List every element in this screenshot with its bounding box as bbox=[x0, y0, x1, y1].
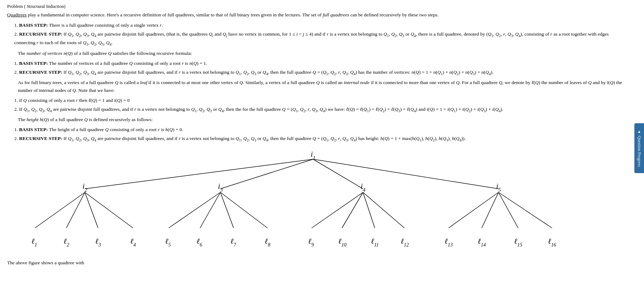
svg-line-9 bbox=[200, 192, 220, 228]
vertices-basis: 1. BASIS STEP: The number of vertices of… bbox=[14, 59, 626, 68]
node-i5: i5 bbox=[496, 182, 501, 193]
svg-line-15 bbox=[363, 192, 404, 228]
svg-line-18 bbox=[499, 192, 518, 228]
node-l7: ℓ7 bbox=[230, 237, 236, 248]
svg-line-17 bbox=[482, 192, 499, 228]
node-l14: ℓ14 bbox=[478, 237, 486, 248]
height-recursive: 2. RECURSIVE STEP: If Q1, Q2, Q3, Q4 are… bbox=[14, 135, 626, 143]
bottom-text: The above figure shows a quadtree with bbox=[7, 260, 626, 266]
height-basis: 1. BASIS STEP: The height of a full quad… bbox=[14, 126, 626, 134]
node-l11: ℓ11 bbox=[371, 237, 379, 248]
node-l3: ℓ3 bbox=[95, 237, 101, 248]
node-l5: ℓ5 bbox=[165, 237, 171, 248]
node-i4: i4 bbox=[361, 182, 366, 193]
svg-line-5 bbox=[66, 192, 85, 228]
main-content: Problem ( Structural Induction) Quadtree… bbox=[7, 0, 626, 269]
svg-line-12 bbox=[312, 192, 363, 228]
svg-line-2 bbox=[313, 159, 363, 189]
question-progress-panel[interactable]: ▲ Question Progress bbox=[634, 123, 644, 173]
svg-line-6 bbox=[85, 192, 98, 228]
full-quadtrees-italic: full quadtrees bbox=[323, 12, 349, 17]
svg-line-10 bbox=[220, 192, 234, 228]
svg-line-4 bbox=[35, 192, 85, 228]
quadtrees-link[interactable]: Quadtrees bbox=[7, 12, 27, 17]
node-i1: i1 bbox=[311, 150, 316, 161]
node-i2: i2 bbox=[82, 182, 87, 193]
leaf-intro: As for full binary trees, a vertex of a … bbox=[18, 79, 626, 94]
svg-line-8 bbox=[169, 192, 220, 228]
svg-line-3 bbox=[313, 159, 499, 189]
svg-line-13 bbox=[342, 192, 363, 228]
node-l15: ℓ15 bbox=[514, 237, 522, 248]
node-l9: ℓ9 bbox=[308, 237, 314, 248]
svg-line-7 bbox=[85, 192, 133, 228]
node-l6: ℓ6 bbox=[196, 237, 202, 248]
bottom-text-content: The above figure shows a quadtree with bbox=[7, 260, 84, 265]
problem-title: Problem ( Structural Induction) bbox=[7, 4, 626, 9]
leaf-steps-list: 1. if Q consisting of only a root r then… bbox=[14, 97, 626, 114]
node-l8: ℓ8 bbox=[265, 237, 270, 248]
node-l4: ℓ4 bbox=[130, 237, 136, 248]
vertices-heading: The number of vertices n(Q) of a full qu… bbox=[18, 50, 626, 57]
vertices-steps-list: 1. BASIS STEP: The number of vertices of… bbox=[14, 59, 626, 77]
height-heading: The height h(Q) of a full quadtree Q is … bbox=[18, 116, 626, 124]
node-i3: i3 bbox=[218, 182, 223, 193]
height-steps-list: 1. BASIS STEP: The height of a full quad… bbox=[14, 126, 626, 143]
svg-line-11 bbox=[220, 192, 267, 228]
node-l16: ℓ16 bbox=[548, 237, 556, 248]
node-l1: ℓ1 bbox=[31, 237, 37, 248]
basis-step-1: 1. BASIS STEP: There is a full quadtree … bbox=[14, 21, 626, 30]
node-l2: ℓ2 bbox=[63, 237, 69, 248]
node-l13: ℓ13 bbox=[445, 237, 453, 248]
node-l10: ℓ10 bbox=[338, 237, 347, 248]
svg-line-0 bbox=[85, 159, 313, 189]
tree-svg: i1 i2 i3 i4 i5 ℓ1 ℓ2 ℓ3 ℓ4 ℓ5 ℓ6 ℓ7 bbox=[14, 147, 620, 257]
svg-line-16 bbox=[449, 192, 499, 228]
svg-line-1 bbox=[220, 159, 313, 189]
leaf-basis: 1. if Q consisting of only a root r then… bbox=[14, 97, 626, 105]
intro-paragraph: Quadtrees play a fundamental in computer… bbox=[7, 11, 626, 19]
tree-diagram: i1 i2 i3 i4 i5 ℓ1 ℓ2 ℓ3 ℓ4 ℓ5 ℓ6 ℓ7 bbox=[7, 147, 626, 257]
recursive-step-1: 2. RECURSIVE STEP: If Q1, Q2, Q3, Q4 are… bbox=[14, 30, 626, 47]
problem-title-text: Problem ( Structural Induction) bbox=[7, 4, 66, 9]
basis-steps-list: 1. BASIS STEP: There is a full quadtree … bbox=[14, 21, 626, 47]
vertices-recursive: 2. RECURSIVE STEP: If Q1, Q2, Q3, Q4 are… bbox=[14, 68, 626, 77]
node-l12: ℓ12 bbox=[401, 237, 409, 248]
svg-line-19 bbox=[499, 192, 552, 228]
leaf-recursive: 2. If Q1, Q2, Q3, Q4 are pairwise disjoi… bbox=[14, 105, 626, 114]
panel-label: Question Progress bbox=[637, 136, 642, 167]
panel-arrow: ▲ bbox=[637, 129, 641, 134]
